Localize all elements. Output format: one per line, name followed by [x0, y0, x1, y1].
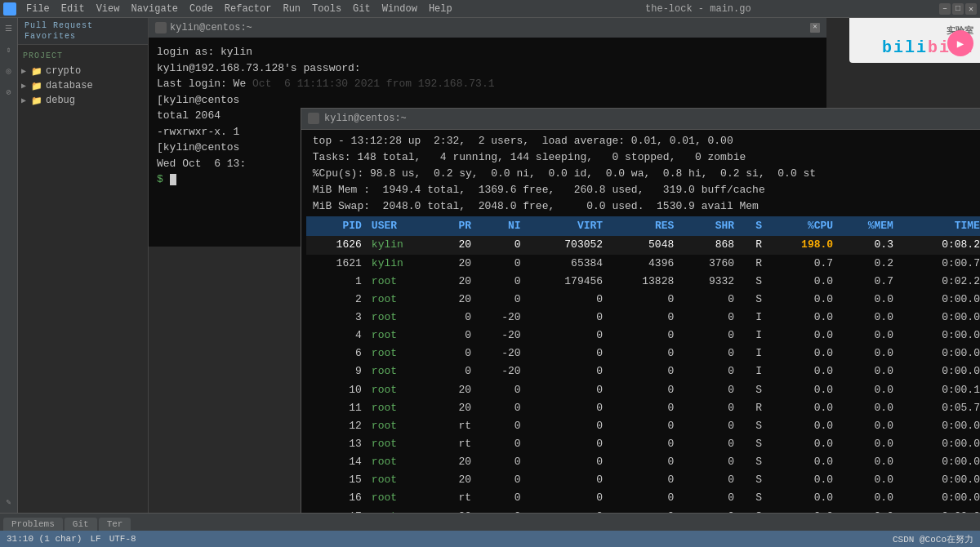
table-cell: 0	[476, 453, 525, 471]
col-pr: PR	[438, 216, 476, 236]
folder-icon: 📁	[31, 66, 42, 77]
tree-item-crypto[interactable]: ▶ 📁 crypto	[18, 64, 148, 78]
status-csdn: CSDN @CoCo在努力	[893, 533, 973, 545]
table-cell: 0	[526, 381, 608, 399]
table-row: 1621kylin2006538443963760R0.70.20:00.78t…	[306, 255, 980, 273]
table-cell: 13	[306, 435, 367, 453]
table-cell: 0.0	[767, 489, 838, 507]
table-cell: 0.0	[838, 508, 898, 513]
sidebar-icon-edit[interactable]: ✎	[2, 495, 16, 509]
table-cell: 0.0	[767, 309, 838, 327]
table-cell: 0	[608, 362, 679, 380]
table-cell: root	[367, 508, 438, 513]
sidebar-icon-menu[interactable]: ☰	[2, 21, 16, 36]
table-row: 10root200000S0.00.00:00.14ksoftir+	[306, 381, 980, 399]
table-cell: 0	[526, 417, 608, 435]
table-cell: 20	[438, 508, 476, 513]
table-cell: 0.0	[838, 471, 898, 489]
table-cell: 0	[679, 381, 739, 399]
table-cell: 0.0	[838, 291, 898, 309]
table-cell: root	[367, 273, 438, 291]
menu-help[interactable]: Help	[424, 2, 457, 16]
table-cell: -20	[476, 362, 525, 380]
table-cell: 0:00.00	[898, 508, 980, 513]
bg-line-3: Last login: We Oct 6 11:11:30 2021 from …	[157, 76, 818, 92]
table-cell: root	[367, 381, 438, 399]
menu-view[interactable]: View	[91, 2, 125, 16]
table-cell: 0.0	[838, 399, 898, 417]
table-cell: 0:00.00	[898, 362, 980, 380]
table-cell: 0	[526, 489, 608, 507]
status-right: CSDN @CoCo在努力	[893, 533, 973, 545]
menu-file[interactable]: File	[21, 2, 55, 16]
maximize-button[interactable]: □	[952, 3, 964, 15]
table-cell: 0	[476, 236, 525, 254]
table-cell: 0.0	[838, 453, 898, 471]
table-cell: 0.0	[767, 273, 838, 291]
terminal-fg-content: top - 13:12:28 up 2:32, 2 users, load av…	[301, 130, 980, 513]
top-header-1: top - 13:12:28 up 2:32, 2 users, load av…	[306, 133, 980, 149]
table-cell: 0:08.28	[898, 236, 980, 254]
file-tree-content: PROJECT ▶ 📁 crypto ▶ 📁 database ▶ 📁 debu…	[18, 45, 148, 513]
table-cell: rt	[438, 435, 476, 453]
table-cell: 0:00.00	[898, 345, 980, 362]
table-cell: 0	[679, 435, 739, 453]
sidebar-icon-scroll[interactable]: ⇕	[2, 42, 16, 57]
menu-run[interactable]: Run	[278, 2, 305, 16]
table-row: 14root200000S0.00.00:00.00cpuhp/0	[306, 453, 980, 471]
menu-git[interactable]: Git	[348, 2, 376, 16]
table-row: 3root0-20000I0.00.00:00.00rcu_gp	[306, 309, 980, 327]
table-cell: kylin	[367, 236, 438, 254]
table-cell: 0.0	[838, 417, 898, 435]
top-header-2: Tasks: 148 total, 4 running, 144 sleepin…	[306, 149, 980, 166]
status-line-ending: LF	[90, 534, 100, 544]
table-cell: 0:00.00	[898, 453, 980, 471]
col-user: USER	[367, 216, 438, 236]
table-cell: 0:00.00	[898, 417, 980, 435]
table-cell: 0:00.00	[898, 435, 980, 453]
file-tree-project-label: PROJECT	[18, 48, 148, 64]
table-cell: 0:00.00	[898, 471, 980, 489]
table-cell: root	[367, 309, 438, 327]
table-cell: S	[739, 453, 767, 471]
table-cell: 0.3	[838, 236, 898, 254]
sidebar-icon-circle[interactable]: ◎	[2, 64, 16, 78]
top-header-3: %Cpu(s): 98.8 us, 0.2 sy, 0.0 ni, 0.0 id…	[306, 166, 980, 182]
tree-item-database[interactable]: ▶ 📁 database	[18, 78, 148, 93]
table-cell: 0	[679, 508, 739, 513]
minimize-button[interactable]: –	[939, 3, 951, 15]
table-cell: 0:02.24	[898, 273, 980, 291]
table-cell: 0	[526, 471, 608, 489]
table-cell: R	[739, 236, 767, 254]
tree-item-debug[interactable]: ▶ 📁 debug	[18, 93, 148, 108]
folder-icon: 📁	[31, 81, 42, 91]
menu-navigate[interactable]: Navigate	[126, 2, 183, 16]
table-cell: S	[739, 273, 767, 291]
menu-window[interactable]: Window	[377, 2, 422, 16]
col-cpu: %CPU	[767, 216, 838, 236]
close-button[interactable]: ✕	[965, 3, 977, 15]
play-button[interactable]: ▶	[947, 30, 973, 56]
table-cell: root	[367, 362, 438, 380]
table-cell: S	[739, 291, 767, 309]
table-cell: root	[367, 327, 438, 345]
table-cell: S	[739, 435, 767, 453]
table-cell: 0	[608, 327, 679, 345]
tab-git[interactable]: Git	[65, 518, 97, 531]
tab-terminal[interactable]: Ter	[99, 518, 131, 531]
table-cell: 0.0	[838, 489, 898, 507]
table-cell: root	[367, 471, 438, 489]
terminal-fg-title: kylin@centos:~	[324, 111, 407, 127]
menu-tools[interactable]: Tools	[307, 2, 346, 16]
table-cell: 11	[306, 399, 367, 417]
terminal-foreground[interactable]: kylin@centos:~ – □ ✕ top - 13:12:28 up 2…	[301, 108, 980, 513]
terminal-bg-close[interactable]: ✕	[810, 23, 820, 33]
table-cell: 0	[476, 381, 525, 399]
table-cell: S	[739, 508, 767, 513]
menu-refactor[interactable]: Refactor	[220, 2, 277, 16]
menu-edit[interactable]: Edit	[56, 2, 90, 16]
sidebar-icon-block[interactable]: ⊘	[2, 85, 16, 100]
table-cell: -20	[476, 327, 525, 345]
menu-code[interactable]: Code	[185, 2, 218, 16]
tab-problems[interactable]: Problems	[3, 518, 63, 531]
